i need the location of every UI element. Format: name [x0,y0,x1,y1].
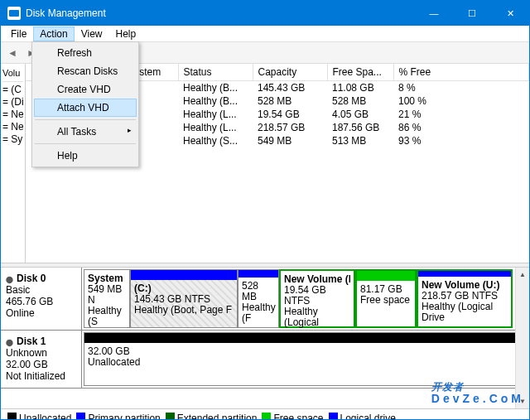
col-capacity[interactable]: Capacity [253,64,327,81]
list-item[interactable]: = (Di [2,96,23,109]
menu-create-vhd[interactable]: Create VHD [34,80,137,99]
col-status[interactable]: Status [178,64,253,81]
back-icon[interactable]: ◄ [4,45,21,61]
menu-bar: File Action View Help [1,26,529,42]
list-item[interactable]: = (C [2,84,23,96]
list-item[interactable]: = Sy [2,133,23,146]
legend-extended: Extended partition [166,413,258,421]
partition[interactable]: System R549 MB NHealthy (S [84,269,130,328]
partition-free[interactable]: 81.17 GBFree space [355,269,417,328]
list-item[interactable]: = Ne [2,121,23,133]
legend: Unallocated Primary partition Extended p… [1,408,529,420]
menu-rescan[interactable]: Rescan Disks [34,62,137,80]
disk1-info[interactable]: Disk 1 Unknown 32.00 GB Not Initialized [1,331,82,388]
legend-logical: Logical drive [329,413,396,421]
menu-refresh[interactable]: Refresh [34,44,137,62]
maximize-button[interactable]: ☐ [453,1,491,26]
col-free[interactable]: Free Spa... [327,64,393,81]
title-bar: Disk Management — ☐ ✕ [1,1,529,26]
menu-separator [35,143,136,144]
volume-name-column: Volu = (C = (Di = Ne = Ne = Sy [1,64,26,263]
col-pct[interactable]: % Free [393,64,529,81]
disk-map-pane: Disk 0 Basic 465.76 GB Online System R54… [1,268,529,408]
partition[interactable]: New Volume (U:)218.57 GB NTFSHealthy (Lo… [417,269,513,328]
scrollbar[interactable] [515,268,529,408]
partition[interactable]: (C:)145.43 GB NTFSHealthy (Boot, Page F [130,269,238,328]
menu-file[interactable]: File [4,27,33,41]
disk-row: Disk 1 Unknown 32.00 GB Not Initialized … [1,331,529,389]
legend-free: Free space [262,413,323,421]
disk-row: Disk 0 Basic 465.76 GB Online System R54… [1,268,529,331]
menu-all-tasks[interactable]: All Tasks [34,123,137,141]
menu-attach-vhd[interactable]: Attach VHD [34,99,137,117]
legend-primary: Primary partition [76,413,160,421]
menu-view[interactable]: View [75,27,109,41]
app-icon [7,7,21,20]
partition[interactable]: New Volume (N19.54 GB NTFSHealthy (Logic… [279,269,355,328]
col-volume[interactable]: Volu [2,65,23,82]
disk0-info[interactable]: Disk 0 Basic 465.76 GB Online [1,268,82,330]
partition-unallocated[interactable]: 32.00 GBUnallocated [84,332,528,386]
menu-help[interactable]: Help [109,27,143,41]
menu-action[interactable]: Action [33,27,74,41]
partition[interactable]: 528 MBHealthy (F [238,269,279,328]
close-button[interactable]: ✕ [491,1,529,26]
menu-separator [35,119,136,120]
minimize-button[interactable]: — [415,1,453,26]
list-item[interactable]: = Ne [2,109,23,121]
menu-help-item[interactable]: Help [34,147,137,165]
legend-unallocated: Unallocated [7,413,71,421]
action-dropdown: Refresh Rescan Disks Create VHD Attach V… [31,41,139,167]
window-title: Disk Management [26,7,415,19]
